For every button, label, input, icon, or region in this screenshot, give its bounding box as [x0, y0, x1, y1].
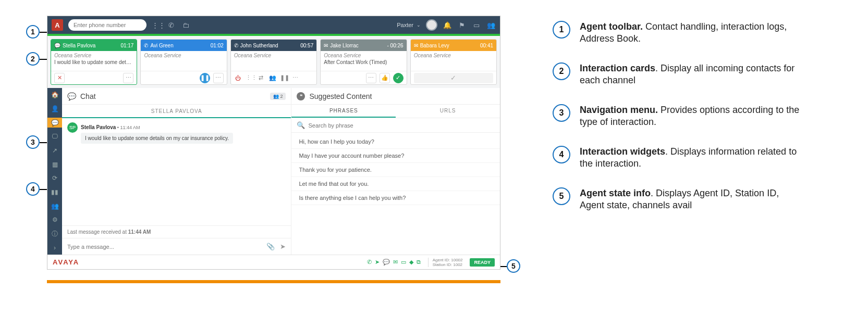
nav-expand-icon[interactable]: › [47, 243, 62, 252]
phone-icon: ✆ [144, 43, 148, 48]
mail-icon: ✉ [414, 43, 418, 48]
card-timer: 00:57 [300, 43, 313, 48]
card-service: Oceana Service [231, 51, 316, 58]
more-icon[interactable]: ⋯ [291, 74, 300, 81]
card-name: Babara Levy [420, 43, 449, 48]
card-service: Oceana Service [51, 51, 137, 58]
interaction-card[interactable]: ✆ John Sutherland 00:57 Oceana Service ⏻… [230, 39, 317, 85]
nav-settings-icon[interactable]: ⚙ [47, 215, 62, 225]
suggested-icon: ❝ [297, 92, 305, 100]
addressbook-icon[interactable]: ▭ [472, 21, 481, 29]
card-preview: I would like to update some details on m… [51, 58, 137, 71]
card-service: Oceana Service [141, 51, 226, 58]
card-name: Avi Green [150, 43, 173, 48]
legend-text: Interaction widgets. Displays informatio… [580, 146, 804, 170]
flag-icon[interactable]: ⚑ [457, 21, 467, 29]
consult-icon[interactable]: 👥 [268, 74, 277, 81]
accept-icon[interactable]: ✓ [393, 73, 404, 83]
compose-input[interactable] [67, 244, 261, 250]
callout-4: 4 [26, 182, 40, 196]
phrase-item[interactable]: May I have your account number please? [291, 149, 500, 163]
panel-title: Chat [80, 92, 96, 100]
keypad-icon[interactable]: ⋮⋮ [246, 74, 254, 81]
hold-icon[interactable]: ❚❚ [280, 74, 288, 81]
more-icon[interactable]: ⋯ [213, 73, 224, 83]
interaction-cards-row: 💬 Stella Pavlova 01:17 Oceana Service I … [47, 36, 500, 88]
hold-icon[interactable]: ❚❚ [200, 73, 210, 83]
card-service: Oceana Service [411, 51, 496, 58]
interaction-card[interactable]: ✉ Jake Llorrac - 00:26 Oceana Service Af… [320, 39, 407, 85]
legend-text: Agent state info. Displays Agent ID, Sta… [580, 187, 804, 211]
send-icon[interactable]: ➤ [280, 243, 286, 250]
footer-logo: AVAYA [53, 258, 79, 266]
phrase-item[interactable]: Hi, how can I help you today? [291, 135, 500, 149]
callout-5: 5 [507, 259, 520, 273]
agent-toolbar: A ⋮⋮ ✆ 🗀 Paxter ⌄ 🔔 ⚑ ▭ 👥 [47, 16, 500, 34]
card-name: Jake Llorrac [330, 43, 358, 48]
sender-avatar: SP [67, 122, 78, 133]
bell-icon[interactable]: 🔔 [443, 21, 452, 29]
last-message-info: Last message received at 11:44 AM [62, 225, 291, 238]
legend-number: 3 [553, 104, 570, 122]
nav-contact-icon[interactable]: 👤 [47, 104, 62, 114]
phrase-item[interactable]: Is there anything else I can help you wi… [291, 191, 500, 205]
call-icon[interactable]: ✆ [166, 21, 176, 29]
close-icon[interactable]: ✕ [54, 73, 65, 83]
interaction-card[interactable]: 💬 Stella Pavlova 01:17 Oceana Service I … [51, 39, 137, 85]
legend: 1 Agent toolbar. Contact handling, inter… [553, 16, 852, 316]
phone-input[interactable] [68, 19, 146, 31]
team-icon[interactable]: 👥 [486, 21, 496, 29]
chat-widget: 💬 Chat 👥 2 STELLA PAVLOVA SP Stella Pavl… [62, 88, 291, 255]
chat-message: I would like to update some details on m… [81, 133, 233, 144]
interaction-card[interactable]: ✉ Babara Levy 00:41 Oceana Service ✓ [410, 39, 497, 85]
card-timer: 01:17 [120, 43, 133, 48]
card-name: John Sutherland [240, 43, 278, 48]
card-timer: 00:41 [480, 43, 493, 48]
channel-video-icon: ⧉ [417, 259, 421, 266]
phrase-item[interactable]: Let me find that out for you. [291, 177, 500, 191]
chat-tab[interactable]: STELLA PAVLOVA [62, 105, 291, 118]
channel-social-icon: ◆ [409, 259, 413, 266]
agent-state-badge[interactable]: READY [470, 258, 495, 267]
nav-screen-icon[interactable]: 🖵 [47, 132, 62, 142]
attach-icon[interactable]: 📎 [266, 243, 275, 250]
nav-history-icon[interactable]: ⟳ [47, 173, 62, 183]
nav-stats-icon[interactable]: ▮▮ [47, 187, 62, 197]
phrase-search-input[interactable] [308, 122, 495, 129]
nav-home-icon[interactable]: 🏠 [47, 90, 62, 100]
nav-info-icon[interactable]: ⓘ [47, 229, 62, 239]
more-icon[interactable]: ⋯ [366, 73, 376, 83]
card-timer: - 00:26 [387, 43, 403, 48]
hangup-icon[interactable]: ⏻ [234, 75, 242, 81]
channel-email-icon: ✉ [393, 259, 398, 266]
more-icon[interactable]: ⋯ [123, 73, 133, 83]
callout-2: 2 [26, 52, 40, 66]
user-menu[interactable]: Paxter ⌄ [397, 22, 421, 28]
legend-number: 2 [553, 62, 570, 80]
nav-tile-icon[interactable]: ▦ [47, 159, 62, 169]
transfer-icon[interactable]: ⇄ [257, 74, 265, 81]
channel-sms-icon: ▭ [401, 259, 406, 266]
card-service: Oceana Service [321, 51, 406, 58]
legend-text: Interaction cards. Display all incoming … [580, 62, 804, 86]
accept-button[interactable]: ✓ [414, 73, 493, 83]
legend-number: 4 [553, 146, 570, 163]
tab-urls[interactable]: URLS [396, 105, 500, 118]
card-name: Stella Pavlova [63, 43, 95, 48]
interaction-card[interactable]: ✆ Avi Green 01:02 Oceana Service ❚❚ ⋯ [140, 39, 227, 85]
channel-message-icon: 💬 [383, 259, 390, 266]
legend-text: Agent toolbar. Contact handling, interac… [580, 21, 804, 45]
phrase-item[interactable]: Thank you for your patience. [291, 163, 500, 177]
tab-phrases[interactable]: PHRASES [291, 105, 396, 118]
nav-popout-icon[interactable]: ↗ [47, 146, 62, 156]
folder-icon[interactable]: 🗀 [181, 21, 190, 29]
legend-text: Navigation menu. Provides options accord… [580, 104, 804, 128]
nav-team-icon[interactable]: 👥 [47, 201, 62, 211]
nav-chat-icon[interactable]: 💬 [47, 118, 62, 128]
dialpad-icon[interactable]: ⋮⋮ [152, 21, 161, 29]
divider [47, 280, 500, 283]
avatar[interactable] [426, 19, 437, 31]
thumbs-icon[interactable]: 👍 [380, 73, 390, 83]
participant-count[interactable]: 👥 2 [270, 93, 286, 100]
channel-chat-icon: ➤ [375, 259, 380, 266]
